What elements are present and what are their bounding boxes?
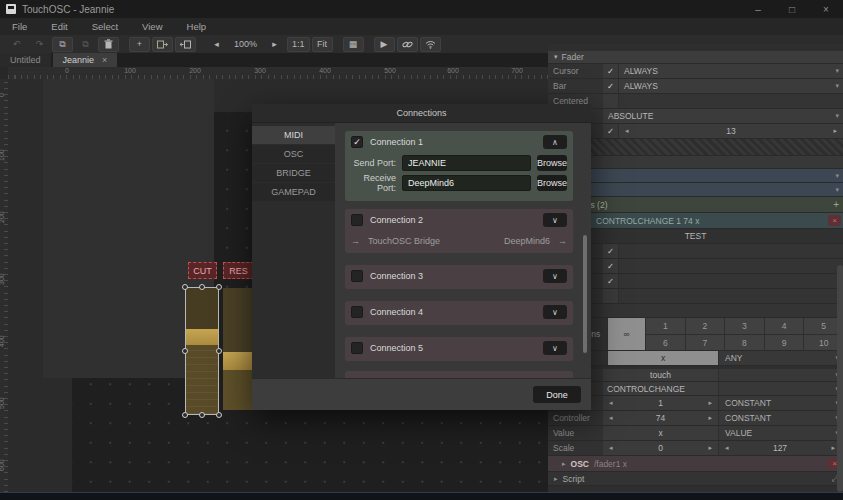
wifi-icon[interactable] [420,37,441,52]
expand-connection-5-button[interactable]: ∨ [543,341,567,355]
channel-mode-dropdown[interactable]: CONSTANT ▾ [718,396,843,410]
add-icon[interactable]: + [129,37,150,52]
send-checkbox[interactable]: ✓ [603,259,619,273]
connection-cell-3[interactable]: 3 [724,318,764,334]
feedback-checkbox[interactable] [603,289,619,303]
controller-stepper[interactable]: ◂ 74 ▸ [603,411,718,425]
selection-handle[interactable] [199,412,205,418]
selection-handle[interactable] [216,412,222,418]
expand-connection-2-button[interactable]: ∨ [543,213,567,227]
values-header-row[interactable] [548,156,843,169]
canvas-button-cut[interactable]: CUT [188,262,217,279]
maximize-button[interactable]: □ [775,0,809,18]
value-mode-dropdown[interactable]: VALUE ▾ [718,426,843,440]
dialog-tab-bridge[interactable]: BRIDGE [252,164,335,182]
device-value-cell[interactable]: x [607,351,718,365]
connection-cell-1[interactable]: 1 [645,318,685,334]
connection-cell-9[interactable]: 9 [764,335,804,350]
actual-size-button[interactable]: 1:1 [287,37,310,52]
scale-from-stepper[interactable]: ◂ 0 ▸ [603,441,718,455]
grid-checkbox[interactable]: ✓ [603,124,619,138]
connection-cell-8[interactable]: 8 [724,335,764,350]
cursor-checkbox[interactable]: ✓ [603,64,619,78]
connection-all-cell[interactable]: ∞ [607,318,645,350]
receive-port-browse-button[interactable]: Browse [537,175,567,191]
centered-checkbox[interactable] [603,94,619,108]
step-down-icon[interactable]: ◂ [619,127,635,135]
fit-button[interactable]: Fit [312,37,333,52]
dialog-tab-midi[interactable]: MIDI [252,126,335,144]
connection-cell-4[interactable]: 4 [764,318,804,334]
grid-icon[interactable]: ▦ [343,37,364,52]
tab-jeannie[interactable]: Jeannie × [53,53,118,67]
expand-connection-3-button[interactable]: ∨ [543,269,567,283]
controller-mode-dropdown[interactable]: CONSTANT ▾ [718,411,843,425]
selection-handle[interactable] [199,284,205,290]
tab-close-icon[interactable]: × [102,55,107,65]
receive-checkbox[interactable]: ✓ [603,274,619,288]
step-up-icon[interactable]: ▸ [702,414,718,422]
fader1-cursor[interactable] [186,329,218,345]
dialog-tab-osc[interactable]: OSC [252,145,335,163]
bar-checkbox[interactable]: ✓ [603,79,619,93]
menu-select[interactable]: Select [92,21,118,32]
zoom-out-icon[interactable]: ◂ [206,37,227,52]
delete-message-icon[interactable]: × [828,215,841,226]
step-down-icon[interactable]: ◂ [603,444,619,452]
menu-file[interactable]: File [12,21,27,32]
enabled-checkbox[interactable]: ✓ [603,244,619,258]
send-port-input[interactable] [402,155,531,171]
link-icon[interactable] [397,37,418,52]
connection-1-checkbox[interactable]: ✓ [351,136,363,148]
expand-connection-4-button[interactable]: ∨ [543,305,567,319]
canvas-fader-1[interactable] [186,288,218,414]
selection-handle[interactable] [182,284,188,290]
close-button[interactable]: × [809,0,843,18]
selection-handle[interactable] [182,348,188,354]
canvas-button-res[interactable]: RES [223,262,254,279]
test-button[interactable]: TEST [548,229,843,244]
connection-4-checkbox[interactable] [351,306,363,318]
scale-to-stepper[interactable]: ◂ 127 ▸ [718,441,843,455]
delete-icon[interactable] [98,37,119,52]
panel-scrollbar[interactable] [837,265,843,492]
group-icon[interactable] [152,37,173,52]
value-row-x[interactable]: x ▾ [548,169,843,183]
connection-cell-7[interactable]: 7 [685,335,725,350]
trigger-dropdown[interactable]: touch [603,369,718,381]
fader-section-header[interactable]: ▾ Fader [548,51,843,64]
duplicate-icon[interactable]: ⧉ [52,37,73,52]
zoom-in-icon[interactable]: ▸ [264,37,285,52]
menu-help[interactable]: Help [187,21,207,32]
selection-handle[interactable] [216,284,222,290]
add-message-icon[interactable]: + [833,199,839,210]
osc-message-row[interactable]: ▸ OSC /fader1 x × [548,456,843,472]
grid-steps-value[interactable]: 13 [635,126,828,136]
bar-dropdown[interactable]: ALWAYS ▾ [619,79,843,93]
selection-handle[interactable] [182,412,188,418]
connection-5-checkbox[interactable] [351,342,363,354]
message-item[interactable]: CONTROLCHANGE 1 74 x × [548,213,843,229]
tab-untitled[interactable]: Untitled [0,53,51,67]
step-up-icon[interactable]: ▸ [702,399,718,407]
redo-icon[interactable]: ↷ [29,37,50,52]
type-dropdown[interactable]: CONTROLCHANGE [603,382,718,395]
step-up-icon[interactable]: ▸ [827,127,843,135]
messages-header[interactable]: Messages (2) + [548,197,843,213]
value-row-touch[interactable]: touch ▾ [548,183,843,197]
collapse-connection-1-button[interactable]: ∧ [543,135,567,149]
step-down-icon[interactable]: ◂ [603,414,619,422]
minimize-button[interactable]: – [741,0,775,18]
play-icon[interactable]: ▶ [374,37,395,52]
connection-cell-6[interactable]: 6 [645,335,685,350]
menu-edit[interactable]: Edit [51,21,67,32]
connection-cell-2[interactable]: 2 [685,318,725,334]
paste-icon[interactable]: ⧉ [75,37,96,52]
step-down-icon[interactable]: ◂ [719,444,735,452]
device-mode-dropdown[interactable]: ANY ▾ [718,351,843,365]
connection-2-checkbox[interactable] [351,214,363,226]
response-dropdown[interactable]: ABSOLUTE ▾ [603,109,843,123]
dialog-scrollbar[interactable] [583,235,587,353]
step-up-icon[interactable]: ▸ [702,444,718,452]
receive-port-input[interactable] [402,175,531,191]
